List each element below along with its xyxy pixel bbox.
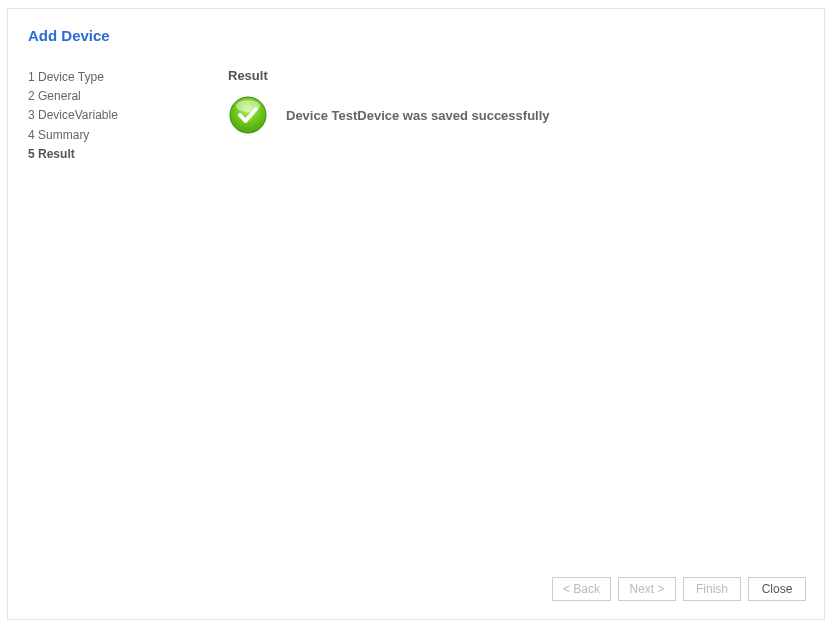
page-title: Add Device <box>8 9 824 44</box>
sidebar-item-label: Result <box>38 147 75 161</box>
sidebar-item-result: 5 Result <box>28 145 228 164</box>
sidebar-item-number: 5 <box>28 147 35 161</box>
success-icon <box>228 95 268 135</box>
next-button[interactable]: Next > <box>618 577 676 601</box>
add-device-wizard: Add Device 1 Device Type 2 General 3 Dev… <box>7 8 825 620</box>
main-panel: Result <box>228 68 804 164</box>
content: 1 Device Type 2 General 3 DeviceVariable… <box>8 44 824 164</box>
sidebar-item-number: 4 <box>28 128 35 142</box>
sidebar-item-number: 3 <box>28 108 35 122</box>
close-button[interactable]: Close <box>748 577 806 601</box>
sidebar-item-label: General <box>38 89 81 103</box>
result-header: Result <box>228 68 804 83</box>
sidebar-item-device-type: 1 Device Type <box>28 68 228 87</box>
sidebar: 1 Device Type 2 General 3 DeviceVariable… <box>28 68 228 164</box>
sidebar-item-label: Device Type <box>38 70 104 84</box>
back-button[interactable]: < Back <box>552 577 611 601</box>
sidebar-item-summary: 4 Summary <box>28 126 228 145</box>
sidebar-item-label: DeviceVariable <box>38 108 118 122</box>
sidebar-item-label: Summary <box>38 128 89 142</box>
sidebar-item-number: 2 <box>28 89 35 103</box>
result-row: Device TestDevice was saved successfully <box>228 95 804 135</box>
result-message: Device TestDevice was saved successfully <box>286 108 550 123</box>
sidebar-item-number: 1 <box>28 70 35 84</box>
sidebar-item-devicevariable: 3 DeviceVariable <box>28 106 228 125</box>
sidebar-item-general: 2 General <box>28 87 228 106</box>
finish-button[interactable]: Finish <box>683 577 741 601</box>
button-bar: < Back Next > Finish Close <box>552 577 806 601</box>
